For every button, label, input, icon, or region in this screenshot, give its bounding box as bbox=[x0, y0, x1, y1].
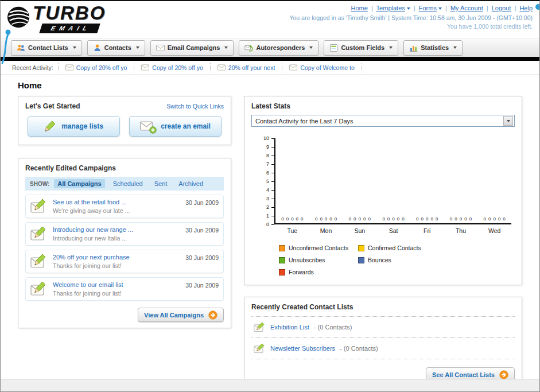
bar-group-value-labels: 00000 bbox=[376, 216, 410, 222]
top-nav-logout[interactable]: Logout bbox=[492, 5, 511, 11]
y-tick-label: 5 bbox=[266, 178, 269, 184]
top-nav-help[interactable]: Help bbox=[519, 5, 533, 11]
get-started-title: Let's Get Started bbox=[25, 102, 80, 110]
tab-custom-fields[interactable]: Custom Fields bbox=[324, 40, 398, 56]
chart-y-axis: 109876543210 bbox=[257, 138, 274, 224]
filter-sent[interactable]: Sent bbox=[151, 179, 171, 188]
arrow-circle-icon bbox=[499, 370, 508, 379]
contact-list-link[interactable]: Newsletter Subscribers bbox=[270, 345, 335, 352]
top-nav-templates[interactable]: Templates bbox=[376, 5, 410, 11]
bar-value-label: 0 bbox=[296, 216, 298, 222]
tab-statistics[interactable]: Statistics bbox=[403, 40, 463, 56]
tab-contact-lists[interactable]: Contact Lists bbox=[11, 40, 82, 56]
footer bbox=[1, 379, 539, 391]
latest-stats-panel: Latest Stats Contact Activity for the La… bbox=[244, 96, 522, 285]
recent-activity-item[interactable]: Copy of Welcome to bbox=[282, 63, 362, 72]
nav-separator: | bbox=[371, 5, 373, 11]
top-nav-forms[interactable]: Forms bbox=[419, 5, 442, 11]
login-info: You are logged in as 'Timothy Smith' | S… bbox=[289, 14, 533, 21]
get-started-buttons: manage lists create an email bbox=[25, 116, 224, 139]
contact-lists-title: Recently Created Contact Lists bbox=[251, 303, 515, 317]
nav-separator: | bbox=[514, 5, 516, 11]
legend-item: Bounces bbox=[358, 257, 437, 263]
y-tick-label: 6 bbox=[266, 170, 269, 176]
campaign-title-link[interactable]: See us at the retail food ... bbox=[53, 199, 180, 205]
legend-label: Confirmed Contacts bbox=[368, 244, 421, 251]
left-column: Let's Get Started Switch to Quick Links … bbox=[18, 96, 231, 328]
filter-archived[interactable]: Archived bbox=[175, 179, 207, 188]
bar-value-label: 0 bbox=[436, 216, 438, 222]
campaigns-filter-row: SHOW: All Campaigns Scheduled Sent Archi… bbox=[25, 177, 224, 191]
see-all-contact-lists-label: See All Contact Lists bbox=[432, 371, 495, 378]
bar-group-value-labels: 00000 bbox=[343, 216, 376, 222]
bar-value-label: 0 bbox=[387, 216, 390, 222]
legend-item: Unsubscribes bbox=[279, 257, 358, 263]
campaign-text: 20% off your next purchase Thanks for jo… bbox=[53, 254, 180, 269]
header-right: Home | Templates | Forms | My Account | … bbox=[289, 5, 533, 30]
bar-value-label: 0 bbox=[286, 216, 289, 222]
bar-value-label: 0 bbox=[320, 216, 322, 222]
recent-activity-item[interactable]: Copy of 20% off yo bbox=[134, 63, 211, 72]
tab-autoresponders[interactable]: Autoresponders bbox=[239, 40, 318, 56]
recently-edited-campaigns-panel: Recently Edited Campaigns SHOW: All Camp… bbox=[18, 158, 231, 328]
y-tick-label: 2 bbox=[266, 204, 269, 210]
manage-lists-button[interactable]: manage lists bbox=[28, 116, 120, 137]
campaign-subtitle: We're giving away our late ... bbox=[53, 207, 180, 214]
bar-value-label: 0 bbox=[416, 216, 418, 222]
bar-value-label: 0 bbox=[291, 216, 293, 222]
campaign-row: See us at the retail food ... We're givi… bbox=[25, 195, 224, 218]
x-axis-label: Sat bbox=[376, 227, 410, 234]
envelope-pencil-icon bbox=[30, 199, 48, 214]
bar-value-label: 0 bbox=[397, 216, 399, 222]
top-nav-home[interactable]: Home bbox=[351, 5, 367, 11]
envelope-pencil-icon bbox=[30, 226, 48, 241]
campaign-title-link[interactable]: Introducing our new range ... bbox=[53, 226, 180, 233]
campaign-title-link[interactable]: 20% off your next purchase bbox=[53, 254, 180, 261]
legend-label: Unsubscribes bbox=[289, 257, 325, 263]
bar-group-value-labels: 00000 bbox=[309, 216, 343, 222]
legend-label: Forwards bbox=[289, 269, 314, 275]
contacts-icon bbox=[93, 44, 102, 52]
view-all-campaigns-button[interactable]: View All Campaigns bbox=[138, 308, 224, 322]
contact-list-link[interactable]: Exhibition List bbox=[270, 324, 309, 331]
get-started-header: Let's Get Started Switch to Quick Links bbox=[25, 102, 224, 110]
switch-quick-links-link[interactable]: Switch to Quick Links bbox=[166, 103, 224, 110]
bar-value-label: 0 bbox=[349, 216, 351, 222]
recent-activity-link[interactable]: Copy of Welcome to bbox=[300, 64, 354, 71]
recent-activity-link[interactable]: 20% off your next bbox=[228, 64, 275, 71]
header: TURBO EMAIL Home | Templates | Forms | M… bbox=[1, 1, 539, 38]
divider-bar bbox=[1, 57, 539, 61]
nav-separator: | bbox=[487, 5, 488, 11]
legend-item: Confirmed Contacts bbox=[358, 244, 437, 251]
filter-all-campaigns[interactable]: All Campaigns bbox=[54, 179, 104, 188]
tab-contacts[interactable]: Contacts bbox=[87, 40, 145, 56]
recent-activity-item[interactable]: Copy of 20% off yo bbox=[58, 63, 135, 72]
campaign-text: Welcome to our email list Thanks for joi… bbox=[53, 281, 180, 297]
top-nav-my-account[interactable]: My Account bbox=[450, 5, 483, 11]
bar-group-value-labels: 00000 bbox=[410, 216, 444, 222]
bar-value-label: 0 bbox=[353, 216, 356, 222]
view-all-campaigns-label: View All Campaigns bbox=[144, 312, 204, 319]
campaign-date: 30 Jun 2009 bbox=[185, 227, 219, 234]
envelope-pencil-icon bbox=[30, 254, 48, 269]
logo-swoosh-icon bbox=[6, 5, 33, 30]
recent-activity-link[interactable]: Copy of 20% off yo bbox=[152, 64, 203, 71]
logo: TURBO EMAIL bbox=[6, 2, 161, 36]
tab-email-campaigns[interactable]: Email Campaigns bbox=[150, 40, 234, 56]
filter-scheduled[interactable]: Scheduled bbox=[110, 179, 146, 188]
campaign-date: 30 Jun 2009 bbox=[185, 282, 219, 289]
campaign-text: Introducing our new range ... Introducin… bbox=[53, 226, 180, 242]
y-tick-label: 9 bbox=[266, 144, 269, 150]
envelope-pencil-icon bbox=[30, 281, 48, 296]
recent-activity-item[interactable]: 20% off your next bbox=[211, 63, 283, 72]
recent-activity-link[interactable]: Copy of 20% off yo bbox=[76, 64, 127, 71]
manage-lists-label: manage lists bbox=[61, 122, 103, 130]
top-nav-forms-label: Forms bbox=[419, 5, 437, 11]
bar-value-label: 0 bbox=[368, 216, 370, 222]
bar-group-value-labels: 00000 bbox=[444, 216, 478, 222]
stats-range-select[interactable]: Contact Activity for the Last 7 Days bbox=[251, 115, 515, 127]
create-email-button[interactable]: create an email bbox=[129, 116, 222, 137]
campaign-title-link[interactable]: Welcome to our email list bbox=[53, 281, 180, 288]
y-tick-label: 10 bbox=[263, 135, 269, 141]
campaign-subtitle: Thanks for joining our list! bbox=[53, 262, 180, 269]
